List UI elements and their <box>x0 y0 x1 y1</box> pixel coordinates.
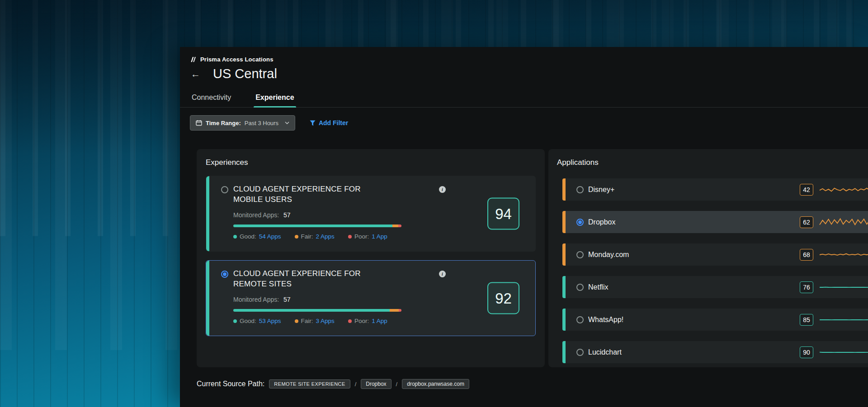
app-radio[interactable] <box>576 284 584 291</box>
radio-icon <box>221 186 228 193</box>
filter-bar: Time Range: Past 3 Hours Add Filter <box>190 115 868 131</box>
source-path-label: Current Source Path: <box>197 380 264 388</box>
legend-fair-value[interactable]: 3 Apps <box>316 318 335 324</box>
current-source-path: Current Source Path: REMOTE SITE EXPERIE… <box>197 379 868 389</box>
monitored-apps: Monitored Apps: 57 <box>233 211 446 219</box>
app-score-badge: 62 <box>800 216 813 228</box>
legend-fair-label: Fair: <box>301 233 313 240</box>
time-range-label: Time Range: <box>206 120 241 126</box>
bar-segment-good <box>233 309 390 312</box>
app-health-bar <box>233 225 401 227</box>
app-score-badge: 90 <box>800 346 813 358</box>
add-filter-button[interactable]: Add Filter <box>310 119 348 126</box>
funnel-icon <box>310 120 316 126</box>
legend-good-value[interactable]: 53 Apps <box>259 318 281 324</box>
tab-bar: Connectivity Experience <box>180 89 868 108</box>
time-range-dropdown[interactable]: Time Range: Past 3 Hours <box>190 115 295 131</box>
tab-connectivity[interactable]: Connectivity <box>190 89 233 107</box>
app-accent-bar <box>562 178 566 201</box>
bar-segment-fair <box>390 309 399 312</box>
app-radio[interactable] <box>576 186 584 193</box>
poor-dot-icon <box>348 319 352 323</box>
back-arrow-icon[interactable]: ← <box>191 69 200 79</box>
legend-poor-value[interactable]: 1 App <box>372 318 387 324</box>
calendar-icon <box>196 120 202 126</box>
app-sparkline <box>820 346 868 359</box>
source-path-chip-domain[interactable]: dropbox.panwsase.com <box>402 379 469 389</box>
applications-panel: Applications Disney+ 42 Dropbox 62 <box>548 149 868 367</box>
experience-card-remote-sites[interactable]: CLOUD AGENT EXPERIENCE FOR REMOTE SITES … <box>206 260 536 336</box>
info-icon[interactable]: i <box>439 271 446 277</box>
add-filter-label: Add Filter <box>319 119 348 126</box>
main-content: Experiences CLOUD AGENT EXPERIENCE FOR M… <box>197 149 868 367</box>
prisma-logo-icon <box>190 56 197 63</box>
legend-good: Good: 53 Apps <box>233 318 281 324</box>
poor-dot-icon <box>348 235 352 239</box>
card-accent-bar <box>206 261 209 336</box>
legend-poor: Poor: 1 App <box>348 318 387 324</box>
source-path-chip-experience[interactable]: REMOTE SITE EXPERIENCE <box>269 379 350 388</box>
app-row-lucidchart[interactable]: Lucidchart 90 <box>562 341 868 363</box>
app-name: Dropbox <box>588 218 615 226</box>
app-radio[interactable] <box>576 251 584 258</box>
monitored-apps: Monitored Apps: 57 <box>233 296 446 303</box>
radio-icon <box>221 271 228 278</box>
app-row-whatsapp[interactable]: WhatsApp! 85 <box>562 309 868 331</box>
app-row-netflix[interactable]: Netflix 76 <box>562 276 868 298</box>
source-path-chip-app[interactable]: Dropbox <box>361 379 391 389</box>
app-name: Monday.com <box>588 251 629 259</box>
app-radio[interactable] <box>576 316 584 323</box>
app-header: Prisma Access Locations <box>180 47 868 63</box>
applications-title: Applications <box>557 158 868 167</box>
app-window: Prisma Access Locations ← US Central Con… <box>180 47 868 407</box>
app-accent-bar <box>562 341 566 363</box>
card-main: CLOUD AGENT EXPERIENCE FOR MOBILE USERS … <box>233 176 446 240</box>
legend-good-label: Good: <box>240 233 256 240</box>
app-sparkline <box>820 281 868 294</box>
app-score-badge: 76 <box>800 281 813 293</box>
info-icon[interactable]: i <box>439 186 446 193</box>
applications-list: Disney+ 42 Dropbox 62 Monday.com 68 <box>562 178 868 363</box>
monitored-apps-label: Monitored Apps: <box>233 211 279 219</box>
bar-segment-poor <box>398 225 401 227</box>
experience-radio[interactable] <box>221 186 228 193</box>
app-label: Prisma Access Locations <box>200 56 274 63</box>
legend-good-label: Good: <box>240 318 256 324</box>
app-sparkline <box>820 313 868 326</box>
app-radio[interactable] <box>576 219 584 226</box>
fair-dot-icon <box>295 319 298 323</box>
legend-poor-label: Poor: <box>354 233 369 240</box>
experiences-panel: Experiences CLOUD AGENT EXPERIENCE FOR M… <box>197 149 545 367</box>
app-row-dropbox[interactable]: Dropbox 62 <box>562 211 868 233</box>
legend-good-value[interactable]: 54 Apps <box>259 233 281 240</box>
legend-fair: Fair: 2 Apps <box>295 233 335 240</box>
experiences-title: Experiences <box>206 158 536 167</box>
app-row-monday[interactable]: Monday.com 68 <box>562 243 868 266</box>
chevron-down-icon <box>285 122 289 124</box>
app-accent-bar <box>562 309 566 331</box>
monitored-apps-value: 57 <box>283 211 291 219</box>
good-dot-icon <box>233 319 237 323</box>
tab-experience[interactable]: Experience <box>254 89 296 107</box>
good-dot-icon <box>233 235 237 239</box>
legend-poor: Poor: 1 App <box>348 233 387 240</box>
app-row-disney[interactable]: Disney+ 42 <box>562 178 868 201</box>
app-accent-bar <box>562 243 566 266</box>
fair-dot-icon <box>295 235 298 239</box>
legend-good: Good: 54 Apps <box>233 233 281 240</box>
legend-fair-value[interactable]: 2 Apps <box>316 233 335 240</box>
experience-score: 94 <box>487 198 519 230</box>
experience-radio[interactable] <box>221 271 228 278</box>
app-health-bar <box>233 309 401 312</box>
app-score-badge: 68 <box>800 249 813 261</box>
legend-poor-value[interactable]: 1 App <box>372 233 387 240</box>
bar-segment-good <box>233 225 392 227</box>
app-name: Lucidchart <box>588 348 622 356</box>
app-radio[interactable] <box>576 349 584 356</box>
title-row: ← US Central <box>180 63 868 81</box>
monitored-apps-label: Monitored Apps: <box>233 296 279 303</box>
monitored-apps-value: 57 <box>283 296 291 303</box>
experience-card-mobile-users[interactable]: CLOUD AGENT EXPERIENCE FOR MOBILE USERS … <box>206 176 536 252</box>
bar-segment-fair <box>392 225 398 227</box>
bar-segment-poor <box>399 309 401 312</box>
